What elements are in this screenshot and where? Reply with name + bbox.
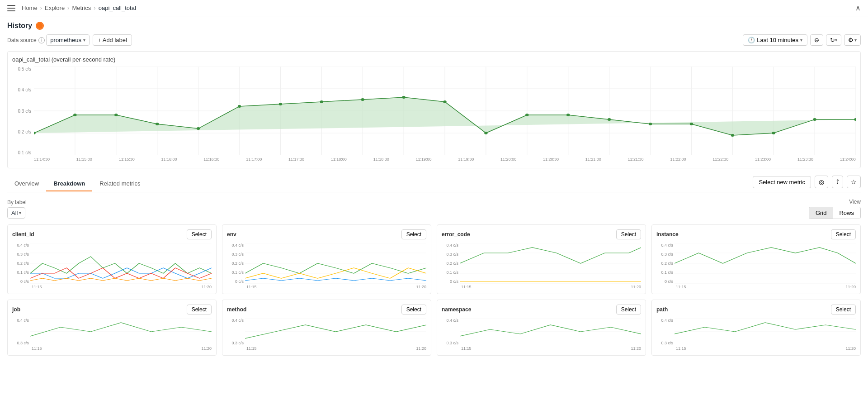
tabs: Overview Breakdown Related metrics	[7, 176, 148, 191]
time-controls: 🕐 Last 10 minutes ▾ ⊖ ↻ ▾ ⚙ ▾	[743, 34, 861, 46]
svg-point-37	[484, 132, 487, 134]
card-instance-select[interactable]: Select	[831, 229, 856, 239]
mini-chart-namespace	[460, 318, 641, 345]
mini-chart-instance	[675, 243, 856, 284]
history-toggle[interactable]	[36, 22, 44, 30]
datasource-value: prometheus	[50, 37, 81, 43]
settings-button[interactable]: ⚙ ▾	[844, 34, 861, 46]
card-namespace: namespace Select 0.4 c/s0.3 c/s 11:1	[437, 300, 646, 356]
datasource-label: Data source i	[7, 37, 45, 43]
topbar: Home › Explore › Metrics › oapi_call_tot…	[0, 0, 868, 16]
tab-related-metrics[interactable]: Related metrics	[92, 176, 147, 191]
filter-right: View Grid Rows	[809, 199, 861, 219]
svg-point-28	[114, 114, 118, 116]
all-select-chevron: ▾	[19, 210, 21, 215]
main-chart-title: oapi_call_total (overall per-second rate…	[12, 56, 856, 63]
card-job-header: job Select	[12, 305, 212, 314]
card-client-id-select[interactable]: Select	[187, 229, 212, 239]
history-dot	[37, 23, 43, 29]
time-range-chevron: ▾	[800, 38, 802, 43]
card-error-code: error_code Select 0.4 c/s0.3 c/s0.2 c/s0…	[437, 224, 646, 294]
view-rows-button[interactable]: Rows	[833, 207, 860, 219]
svg-point-40	[608, 118, 611, 121]
datasource-chevron: ▾	[83, 38, 85, 43]
card-error-code-select[interactable]: Select	[616, 229, 641, 239]
x-axis: 11:14:30 11:15:00 11:15:30 11:16:00 11:1…	[34, 155, 856, 166]
datasource-info-icon[interactable]: i	[38, 37, 45, 43]
svg-point-36	[443, 100, 446, 103]
main-chart-container: oapi_call_total (overall per-second rate…	[7, 51, 861, 168]
main-content: History Data source i prometheus ▾ + Add…	[0, 16, 868, 361]
card-instance: instance Select 0.4 c/s0.3 c/s0.2 c/s0.1…	[651, 224, 861, 294]
breakdown-grid: client_id Select 0.4 c/s0.3 c/s0.2 c/s0.…	[7, 224, 861, 356]
all-select[interactable]: All ▾	[7, 207, 25, 219]
select-new-metric-button[interactable]: Select new metric	[753, 176, 811, 188]
share-button[interactable]: ⤴	[832, 176, 843, 188]
main-chart-svg-area	[34, 67, 856, 155]
svg-point-34	[361, 98, 364, 101]
tabs-row: Overview Breakdown Related metrics Selec…	[7, 176, 861, 192]
view-grid-button[interactable]: Grid	[809, 207, 833, 219]
time-range-button[interactable]: 🕐 Last 10 minutes ▾	[743, 34, 807, 46]
breadcrumb-metrics[interactable]: Metrics	[72, 5, 91, 11]
settings-chevron: ▾	[854, 38, 857, 43]
history-label: History	[7, 22, 32, 30]
svg-point-29	[156, 123, 159, 125]
card-client-id: client_id Select 0.4 c/s0.3 c/s0.2 c/s0.…	[7, 224, 217, 294]
card-namespace-header: namespace Select	[442, 305, 641, 314]
zoom-button[interactable]: ⊖	[810, 34, 823, 46]
view-label-text: View	[849, 199, 861, 205]
refresh-icon: ↻	[830, 37, 835, 43]
svg-point-27	[73, 114, 76, 116]
add-label-button[interactable]: + Add label	[93, 34, 132, 46]
share-icon: ⤴	[836, 178, 839, 186]
card-job-select[interactable]: Select	[187, 305, 212, 314]
card-job: job Select 0.4 c/s0.3 c/s 11:1511:20	[7, 300, 217, 356]
star-button[interactable]: ☆	[847, 176, 861, 188]
view-toggle: Grid Rows	[809, 207, 861, 219]
svg-point-31	[238, 105, 241, 108]
card-method-header: method Select	[227, 305, 426, 314]
card-env: env Select 0.4 c/s0.3 c/s0.2 c/s0.1 c/s0…	[222, 224, 431, 294]
card-path-select[interactable]: Select	[831, 305, 856, 314]
time-range-label: Last 10 minutes	[757, 37, 798, 43]
svg-point-41	[649, 123, 652, 125]
menu-icon[interactable]	[7, 5, 15, 11]
card-env-select[interactable]: Select	[401, 229, 426, 239]
by-label-text: By label	[7, 199, 27, 205]
card-namespace-title: namespace	[442, 306, 471, 313]
tab-breakdown[interactable]: Breakdown	[46, 176, 92, 191]
card-namespace-select[interactable]: Select	[616, 305, 641, 314]
mini-chart-error-code	[460, 243, 641, 284]
card-path-header: path Select	[656, 305, 856, 314]
collapse-button[interactable]: ∧	[855, 4, 861, 12]
mini-chart-job	[30, 318, 212, 345]
breadcrumb-current: oapi_call_total	[99, 5, 136, 11]
card-method-title: method	[227, 306, 246, 313]
main-chart-area: 0.5 c/s 0.4 c/s 0.3 c/s 0.2 c/s 0.1 c/s	[12, 67, 856, 166]
card-job-title: job	[12, 306, 20, 313]
breadcrumb-home[interactable]: Home	[22, 5, 38, 11]
filters-row: By label All ▾ View Grid Rows	[7, 199, 861, 219]
svg-point-46	[854, 118, 856, 121]
svg-point-30	[197, 127, 200, 130]
svg-point-42	[690, 123, 693, 125]
refresh-button[interactable]: ↻ ▾	[826, 34, 841, 46]
svg-point-39	[566, 114, 570, 116]
graph-icon-button[interactable]: ◎	[815, 176, 828, 188]
card-client-id-title: client_id	[12, 231, 34, 238]
graph-icon: ◎	[819, 178, 824, 186]
card-env-title: env	[227, 231, 236, 238]
mini-chart-path	[675, 318, 856, 345]
filter-left: By label All ▾	[7, 199, 27, 219]
breadcrumb-area: Home › Explore › Metrics › oapi_call_tot…	[7, 5, 136, 11]
svg-point-35	[402, 96, 405, 99]
tab-overview[interactable]: Overview	[7, 176, 46, 191]
breadcrumb-explore[interactable]: Explore	[45, 5, 65, 11]
card-method-select[interactable]: Select	[401, 305, 426, 314]
datasource-select[interactable]: prometheus ▾	[46, 34, 90, 46]
card-env-header: env Select	[227, 229, 426, 239]
mini-chart-env	[245, 243, 426, 284]
refresh-chevron: ▾	[835, 38, 837, 43]
zoom-icon: ⊖	[814, 37, 819, 43]
